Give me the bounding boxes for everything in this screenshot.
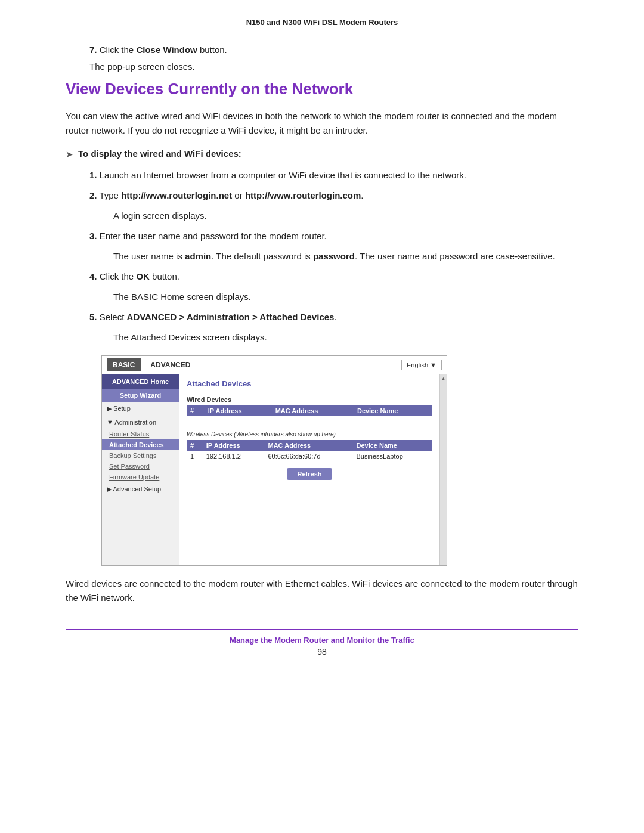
password-bold: password — [313, 251, 355, 261]
sidebar-firmware-update[interactable]: Firmware Update — [102, 472, 179, 482]
setup-arrow-icon: ▶ — [107, 405, 112, 412]
step-2: 2. Type http://www.routerlogin.net or ht… — [89, 188, 578, 203]
url-1: http://www.routerlogin.net — [121, 190, 232, 200]
wired-col-ip: IP Address — [205, 405, 272, 416]
sidebar-setup-section[interactable]: ▶ Setup — [102, 402, 179, 416]
step-3: 3. Enter the user name and password for … — [89, 229, 578, 243]
page-number: 98 — [66, 647, 578, 657]
wired-empty-row — [187, 416, 432, 425]
step-1-text: Launch an Internet browser from a comput… — [100, 170, 466, 180]
wireless-col-mac: MAC Address — [264, 440, 352, 451]
wireless-row-1: 1 192.168.1.2 60:6c:66:da:60:7d Business… — [187, 451, 432, 462]
popup-note: The pop-up screen closes. — [89, 60, 578, 74]
step-5: 5. Select ADVANCED > Administration > At… — [89, 310, 578, 324]
sidebar-attached-devices[interactable]: Attached Devices — [102, 439, 179, 450]
intro-paragraph: You can view the active wired and WiFi d… — [66, 109, 578, 138]
scrollbar[interactable]: ▲ — [439, 374, 447, 565]
step-5-text: Select ADVANCED > Administration > Attac… — [100, 312, 337, 322]
wireless-row-1-mac: 60:6c:66:da:60:7d — [264, 451, 352, 462]
ok-bold: OK — [136, 271, 150, 281]
to-display-heading: ➤ To display the wired and WiFi devices: — [66, 148, 578, 160]
wired-col-mac: MAC Address — [272, 405, 354, 416]
username-bold: admin — [185, 251, 211, 261]
step-5-num: 5. — [89, 312, 97, 322]
advanced-setup-arrow-icon: ▶ — [107, 485, 112, 493]
wired-devices-label: Wired Devices — [187, 396, 432, 403]
page-header-title: N150 and N300 WiFi DSL Modem Routers — [66, 18, 578, 27]
dropdown-arrow-icon: ▼ — [430, 361, 436, 368]
refresh-btn-container: Refresh — [187, 468, 432, 480]
router-topbar: BASIC ADVANCED English ▼ — [102, 356, 447, 374]
wireless-row-1-ip: 192.168.1.2 — [203, 451, 265, 462]
url-2: http://www.routerlogin.com — [245, 190, 361, 200]
sidebar-advanced-home[interactable]: ADVANCED Home — [102, 374, 179, 389]
step-2-num: 2. — [89, 190, 97, 200]
tab-advanced[interactable]: ADVANCED — [144, 358, 196, 371]
footer-label: Manage the Modem Router and Monitor the … — [66, 636, 578, 645]
to-display-label: To display the wired and WiFi devices: — [78, 148, 242, 159]
sidebar-backup-settings[interactable]: Backup Settings — [102, 450, 179, 461]
wireless-note: Wireless Devices (Wireless intruders als… — [187, 431, 432, 438]
wireless-col-num: # — [187, 440, 203, 451]
setup-label: Setup — [113, 405, 131, 412]
wireless-col-ip: IP Address — [203, 440, 265, 451]
wireless-row-1-name: BusinessLaptop — [352, 451, 432, 462]
bottom-divider — [66, 629, 578, 630]
post-screenshot-para: Wired devices are connected to the modem… — [66, 577, 578, 605]
step-4: 4. Click the OK button. — [89, 270, 578, 284]
sidebar-setup-wizard[interactable]: Setup Wizard — [102, 389, 179, 402]
attached-note: The Attached Devices screen displays. — [113, 330, 578, 345]
router-content: Attached Devices Wired Devices # IP Addr… — [179, 374, 439, 565]
wired-col-num: # — [187, 405, 205, 416]
admin-arrow-icon: ▼ — [107, 419, 113, 426]
content-title: Attached Devices — [187, 379, 432, 391]
sidebar-admin-section[interactable]: ▼ Administration — [102, 416, 179, 429]
tab-basic[interactable]: BASIC — [107, 358, 141, 371]
sidebar-set-password[interactable]: Set Password — [102, 461, 179, 472]
tab-english[interactable]: English ▼ — [401, 360, 442, 370]
advanced-path-bold: ADVANCED > Administration > Attached Dev… — [127, 312, 335, 322]
step-7-text: Click the Close Window button. — [100, 45, 227, 55]
admin-label: Administration — [114, 419, 156, 426]
wireless-devices-table: # IP Address MAC Address Device Name 1 1… — [187, 440, 432, 462]
router-sidebar: ADVANCED Home Setup Wizard ▶ Setup ▼ Adm… — [102, 374, 179, 565]
step-4-text: Click the OK button. — [100, 271, 179, 281]
router-body: ADVANCED Home Setup Wizard ▶ Setup ▼ Adm… — [102, 374, 447, 565]
username-note: The user name is admin. The default pass… — [113, 249, 578, 264]
step-4-num: 4. — [89, 271, 97, 281]
sidebar-advanced-setup-section[interactable]: ▶ Advanced Setup — [102, 482, 179, 496]
wired-col-name: Device Name — [354, 405, 432, 416]
wireless-row-1-num: 1 — [187, 451, 203, 462]
router-screenshot: BASIC ADVANCED English ▼ ADVANCED Home S… — [101, 355, 447, 566]
numbered-steps: 1. Launch an Internet browser from a com… — [89, 168, 578, 345]
step-1-num: 1. — [89, 170, 97, 180]
step-3-text: Enter the user name and password for the… — [100, 231, 327, 241]
english-label: English — [407, 361, 428, 368]
arrow-symbol: ➤ — [66, 149, 73, 160]
sidebar-router-status[interactable]: Router Status — [102, 429, 179, 439]
wireless-col-name: Device Name — [352, 440, 432, 451]
advanced-setup-label: Advanced Setup — [113, 485, 161, 493]
step-7: 7. Click the Close Window button. — [89, 45, 578, 55]
step-3-num: 3. — [89, 231, 97, 241]
step-1: 1. Launch an Internet browser from a com… — [89, 168, 578, 182]
scrollbar-up-icon: ▲ — [441, 376, 446, 382]
wired-devices-table: # IP Address MAC Address Device Name — [187, 405, 432, 425]
close-window-bold: Close Window — [136, 45, 197, 55]
section-heading: View Devices Currently on the Network — [66, 80, 578, 98]
home-note: The BASIC Home screen displays. — [113, 290, 578, 304]
step-2-text: Type http://www.routerlogin.net or http:… — [99, 190, 363, 200]
login-note: A login screen displays. — [113, 209, 578, 223]
refresh-button[interactable]: Refresh — [287, 468, 333, 480]
step-7-number: 7. — [89, 45, 97, 55]
